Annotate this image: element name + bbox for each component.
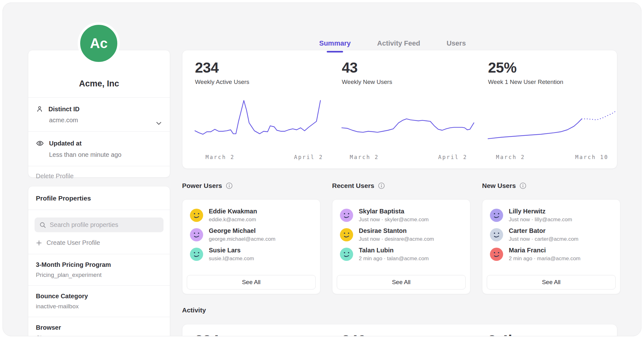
tab-activity-feed[interactable]: Activity Feed [377, 39, 420, 52]
list-item[interactable]: Skylar Baptista Just now · skyler@acme.c… [332, 200, 470, 223]
list-item[interactable]: Talan Lubin 2 min ago · talan@acme.com [332, 242, 470, 262]
activity-heading: Activity [182, 306, 206, 314]
user-avatar [190, 228, 203, 241]
info-icon[interactable] [378, 182, 385, 189]
plus-icon [36, 240, 42, 246]
activity-stat: 240 [342, 332, 366, 336]
create-user-profile-button[interactable]: Create User Profile [36, 239, 162, 246]
property-row[interactable]: 3-Month Pricing Program Pricing_plan_exp… [28, 254, 170, 285]
delete-profile-button[interactable]: Delete Profile [28, 166, 170, 186]
chevron-down-icon[interactable] [155, 119, 163, 127]
weekly-new-users-stat: 43 Weekly New Users March 2 April 2 [336, 50, 474, 168]
list-item[interactable]: Maria Franci 2 min ago · maria@acme.com [482, 242, 620, 262]
user-avatar [190, 209, 203, 222]
profile-card: Acme, Inc Distinct ID acme.com [28, 50, 170, 178]
info-icon[interactable] [519, 182, 526, 189]
user-subtext: 2 min ago · maria@acme.com [509, 256, 580, 262]
search-profile-properties-input[interactable] [35, 217, 164, 232]
updated-at-label: Updated at [49, 140, 81, 147]
list-item[interactable]: Desirae Stanton Just now · desirare@acme… [332, 223, 470, 242]
tab-users[interactable]: Users [447, 39, 466, 52]
info-icon[interactable] [226, 182, 233, 189]
see-all-button[interactable]: See All [187, 275, 316, 289]
weekly-new-users-chart [342, 97, 474, 150]
property-value: Chrome [36, 334, 162, 336]
user-name: Skylar Baptista [359, 208, 429, 215]
x-axis-tick: March 2 [206, 154, 235, 160]
list-item[interactable]: Carter Bator Just now · carter@acme.com [482, 223, 620, 242]
distinct-id-row[interactable]: Distinct ID acme.com [28, 98, 170, 131]
activity-stat: 234 [195, 332, 219, 336]
user-subtext: Just now · carter@acme.com [509, 236, 578, 242]
tab-bar: Summary Activity Feed Users [319, 39, 466, 52]
user-name: Desirae Stanton [359, 227, 434, 234]
list-item[interactable]: Susie Lars susie.l@acme.com [182, 242, 320, 262]
user-name: Talan Lubin [359, 247, 429, 254]
new-users-card: Lilly Herwitz Just now · lilly@acme.com … [482, 199, 620, 294]
distinct-id-label: Distinct ID [48, 106, 80, 113]
create-user-profile-label: Create User Profile [47, 239, 100, 246]
summary-stats-card: 234 Weekly Active Users March 2 April 2 … [182, 50, 617, 169]
tab-summary-label: Summary [319, 39, 351, 47]
user-avatar [340, 209, 353, 222]
stat-number: 25% [488, 59, 620, 76]
list-item[interactable]: Eddie Kwakman eddie.k@acme.com [182, 200, 320, 223]
user-name: Carter Bator [509, 227, 578, 234]
x-axis-tick: April 2 [294, 154, 323, 160]
tab-summary[interactable]: Summary [319, 39, 351, 52]
stat-label: Week 1 New User Retention [488, 79, 620, 85]
user-name: Lilly Herwitz [509, 208, 572, 215]
active-tab-underline [327, 51, 343, 52]
property-label: Browser [36, 324, 162, 331]
new-users-heading: New Users [482, 182, 526, 190]
property-value: inactive-mailbox [36, 303, 162, 310]
section-title: Recent Users [332, 182, 374, 190]
person-icon [36, 105, 43, 113]
profile-properties-card: Profile Properties Create User Profile 3… [28, 186, 170, 336]
company-avatar: Ac [78, 22, 120, 64]
app-frame: Ac Acme, Inc Distinct ID acme.com [3, 3, 641, 336]
see-all-button[interactable]: See All [337, 275, 466, 289]
activity-card: 234 240 3.4k [182, 324, 617, 336]
stat-number: 234 [195, 59, 327, 76]
x-axis-tick: March 2 [350, 154, 379, 160]
weekly-active-users-chart [195, 97, 327, 150]
property-label: 3-Month Pricing Program [36, 261, 162, 268]
see-all-button[interactable]: See All [487, 275, 616, 289]
user-avatar [340, 248, 353, 261]
property-value: Pricing_plan_experiment [36, 272, 162, 278]
distinct-id-value: acme.com [49, 117, 162, 124]
section-title: New Users [482, 182, 516, 190]
user-avatar [340, 228, 353, 241]
user-name: Susie Lars [209, 247, 254, 254]
stat-label: Weekly New Users [342, 79, 474, 85]
stat-label: Weekly Active Users [195, 79, 327, 85]
list-item[interactable]: George Michael george.michael@acme.com [182, 223, 320, 242]
power-users-heading: Power Users [182, 182, 233, 190]
user-avatar [490, 248, 503, 261]
activity-stat: 3.4k [488, 332, 516, 336]
user-subtext: 2 min ago · talan@acme.com [359, 256, 429, 262]
profile-properties-title: Profile Properties [28, 186, 170, 210]
x-axis-tick: April 2 [438, 154, 468, 160]
user-subtext: eddie.k@acme.com [209, 217, 257, 223]
updated-at-value: Less than one minute ago [49, 151, 162, 158]
property-row[interactable]: Bounce Category inactive-mailbox [28, 286, 170, 317]
retention-stat: 25% Week 1 New User Retention March 2 Ma… [482, 50, 620, 168]
property-row[interactable]: Browser Chrome [28, 317, 170, 336]
user-name: Maria Franci [509, 247, 580, 254]
user-subtext: george.michael@acme.com [209, 236, 275, 242]
user-avatar [490, 209, 503, 222]
x-axis-tick: March 10 [575, 154, 608, 160]
retention-chart [488, 97, 620, 150]
user-avatar [490, 228, 503, 241]
user-name: George Michael [209, 227, 275, 234]
user-name: Eddie Kwakman [209, 208, 257, 215]
list-item[interactable]: Lilly Herwitz Just now · lilly@acme.com [482, 200, 620, 223]
tab-activity-feed-label: Activity Feed [377, 39, 420, 47]
divider [28, 210, 170, 210]
weekly-active-users-stat: 234 Weekly Active Users March 2 April 2 [189, 50, 327, 168]
x-axis-tick: March 2 [496, 154, 525, 160]
user-subtext: Just now · lilly@acme.com [509, 217, 572, 223]
company-avatar-initials: Ac [90, 36, 108, 51]
